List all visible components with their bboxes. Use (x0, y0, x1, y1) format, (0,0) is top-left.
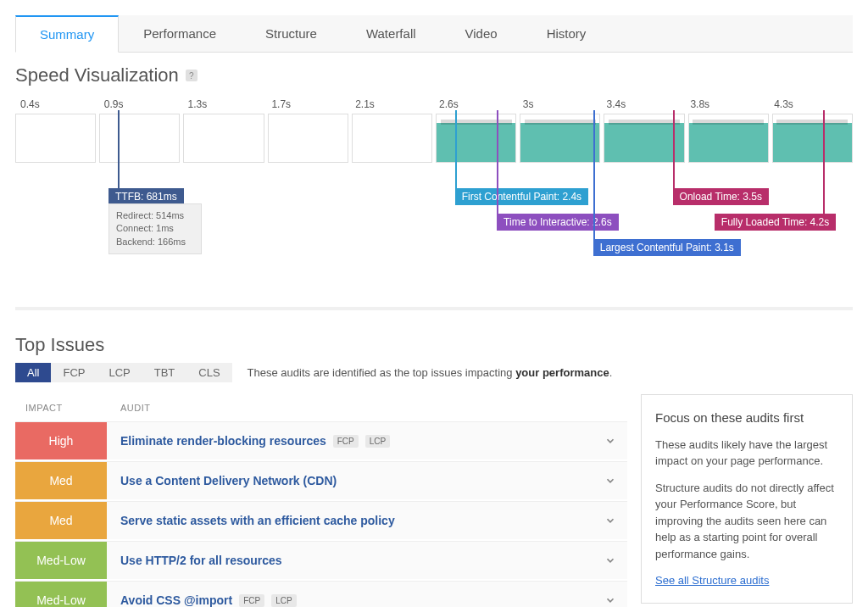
chevron-down-icon[interactable] (593, 582, 627, 607)
speed-viz-title-text: Speed Visualization (15, 64, 179, 86)
fcp-marker: First Contentful Paint: 2.4s (455, 188, 588, 205)
filmstrip-frame (688, 114, 769, 163)
metric-badge: FCP (239, 594, 264, 607)
timeline-tick: 4.3s (769, 93, 853, 114)
chevron-down-icon[interactable] (593, 502, 627, 539)
filter-lcp[interactable]: LCP (97, 363, 142, 382)
timeline-tick: 3.8s (685, 93, 769, 114)
col-impact-header: IMPACT (15, 403, 107, 413)
speed-viz-title: Speed Visualization ? (15, 64, 853, 86)
chevron-down-icon[interactable] (593, 422, 627, 459)
lcp-marker: Largest Contentful Paint: 3.1s (593, 239, 741, 256)
filter-cls[interactable]: CLS (186, 363, 231, 382)
audit-title: Use a Content Delivery Network (CDN) (120, 474, 337, 487)
sidebar-title: Focus on these audits first (655, 409, 838, 428)
metric-badge: LCP (271, 594, 296, 607)
filter-tbt[interactable]: TBT (142, 363, 187, 382)
timeline-tick: 1.7s (266, 93, 350, 114)
tab-history[interactable]: History (522, 15, 611, 52)
issue-row: Med-LowAvoid CSS @importFCPLCP (15, 581, 627, 607)
ttfb-details: Redirect: 514msConnect: 1msBackend: 166m… (108, 203, 202, 254)
audit-title: Avoid CSS @import (120, 593, 232, 607)
audit-title: Serve static assets with an efficient ca… (120, 514, 395, 527)
filmstrip-frame (183, 114, 264, 163)
tab-performance[interactable]: Performance (119, 15, 241, 52)
impact-badge: High (15, 422, 107, 459)
tab-waterfall[interactable]: Waterfall (342, 15, 441, 52)
filmstrip-frame (268, 114, 348, 163)
sidebar-p2: Structure audits do not directly affect … (655, 480, 838, 563)
top-issues-title: Top Issues (15, 334, 853, 356)
audit-cell[interactable]: Eliminate render-blocking resourcesFCPLC… (107, 422, 593, 459)
audit-cell[interactable]: Use HTTP/2 for all resources (107, 542, 593, 579)
flt-marker: Fully Loaded Time: 4.2s (715, 214, 836, 231)
audit-cell[interactable]: Avoid CSS @importFCPLCP (107, 582, 593, 607)
col-audit-header: AUDIT (107, 403, 627, 413)
tti-marker: Time to Interactive: 2.6s (497, 214, 619, 231)
help-icon[interactable]: ? (186, 70, 198, 81)
see-all-audits-link[interactable]: See all Structure audits (655, 574, 769, 587)
filter-fcp[interactable]: FCP (51, 363, 97, 382)
impact-badge: Med-Low (15, 542, 107, 579)
timeline-tick: 2.1s (350, 93, 434, 114)
metric-badge: FCP (333, 435, 359, 448)
audit-title: Use HTTP/2 for all resources (120, 554, 282, 567)
onload-marker: Onload Time: 3.5s (673, 188, 769, 205)
timeline-tick: 2.6s (434, 93, 518, 114)
filmstrip-frame (352, 114, 432, 163)
impact-badge: Med-Low (15, 582, 107, 607)
timeline-tick: 3s (518, 93, 602, 114)
tab-video[interactable]: Video (441, 15, 522, 52)
tab-summary[interactable]: Summary (15, 15, 119, 53)
speed-timeline: 0.4s0.9s1.3s1.7s2.1s2.6s3s3.4s3.8s4.3s T… (15, 93, 853, 310)
filmstrip-frame (15, 114, 96, 163)
main-tabs: SummaryPerformanceStructureWaterfallVide… (15, 15, 853, 53)
filmstrip-frame (99, 114, 180, 163)
audit-cell[interactable]: Use a Content Delivery Network (CDN) (107, 462, 593, 499)
issue-filters: AllFCPLCPTBTCLS These audits are identif… (15, 363, 853, 382)
ttfb-marker: TTFB: 681ms (108, 188, 184, 205)
sidebar-p1: These audits likely have the largest imp… (655, 437, 838, 470)
issue-row: HighEliminate render-blocking resourcesF… (15, 421, 627, 459)
issues-table: IMPACT AUDIT HighEliminate render-blocki… (15, 394, 627, 607)
audit-cell[interactable]: Serve static assets with an efficient ca… (107, 502, 593, 539)
filter-description: These audits are identified as the top i… (248, 366, 613, 379)
timeline-tick: 0.4s (15, 93, 99, 114)
issue-row: MedServe static assets with an efficient… (15, 501, 627, 539)
issue-row: MedUse a Content Delivery Network (CDN) (15, 461, 627, 499)
impact-badge: Med (15, 502, 107, 539)
impact-badge: Med (15, 462, 107, 499)
chevron-down-icon[interactable] (593, 462, 627, 499)
filmstrip-frame (436, 114, 516, 163)
filmstrip-frame (772, 114, 853, 163)
tab-structure[interactable]: Structure (241, 15, 342, 52)
focus-sidebar: Focus on these audits first These audits… (641, 394, 853, 604)
filter-all[interactable]: All (15, 363, 51, 382)
timeline-tick: 0.9s (99, 93, 183, 114)
issue-row: Med-LowUse HTTP/2 for all resources (15, 541, 627, 579)
audit-title: Eliminate render-blocking resources (120, 434, 326, 448)
metric-badge: LCP (365, 435, 390, 448)
chevron-down-icon[interactable] (593, 542, 627, 579)
filmstrip-frame (520, 114, 600, 163)
timeline-tick: 1.3s (183, 93, 267, 114)
